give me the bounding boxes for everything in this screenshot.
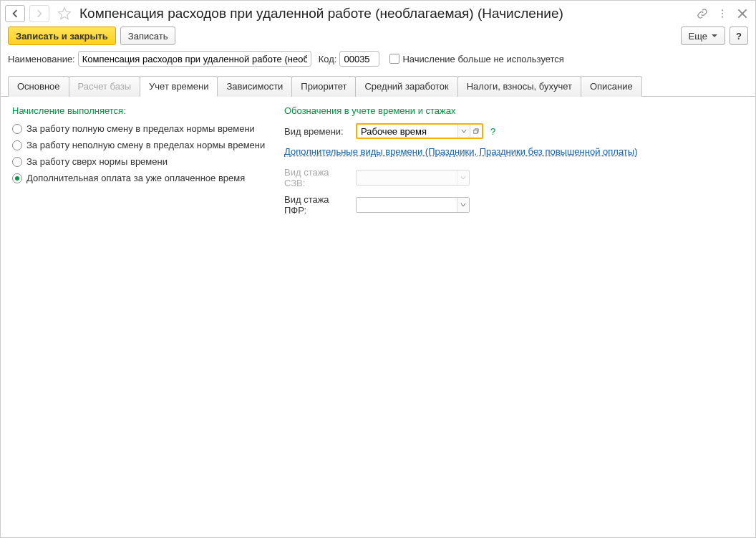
svg-rect-3 xyxy=(474,130,478,133)
help-button[interactable]: ? xyxy=(730,27,748,45)
window-title: Компенсация расходов при удаленной работ… xyxy=(79,6,692,21)
name-input[interactable] xyxy=(78,51,311,67)
radio-label: За работу сверх нормы времени xyxy=(26,156,168,167)
chevron-down-icon xyxy=(460,175,466,181)
dropdown-button[interactable] xyxy=(457,198,469,212)
tab-taxes[interactable]: Налоги, взносы, бухучет xyxy=(457,76,581,97)
radio-full-shift[interactable]: За работу полную смену в пределах нормы … xyxy=(12,123,270,134)
close-icon[interactable] xyxy=(737,8,748,19)
pfr-label: Вид стажа ПФР: xyxy=(284,194,352,216)
time-type-help[interactable]: ? xyxy=(490,126,495,137)
tab-bar: Основное Расчет базы Учет времени Зависи… xyxy=(1,75,755,97)
svg-point-0 xyxy=(722,9,723,11)
radio-icon xyxy=(12,140,22,150)
open-icon xyxy=(473,128,479,134)
arrow-right-icon xyxy=(35,9,44,18)
command-bar: Записать и закрыть Записать Еще ? xyxy=(1,27,755,51)
radio-partial-shift[interactable]: За работу неполную смену в пределах норм… xyxy=(12,140,270,150)
szv-input xyxy=(357,170,457,185)
pfr-combo[interactable] xyxy=(356,197,470,213)
chevron-down-icon xyxy=(460,202,466,208)
svg-point-2 xyxy=(722,16,723,18)
title-bar: Компенсация расходов при удаленной работ… xyxy=(1,1,755,27)
favorite-icon[interactable] xyxy=(57,6,72,21)
form-window: Компенсация расходов при удаленной работ… xyxy=(0,0,756,538)
radio-icon xyxy=(12,124,22,134)
tab-main[interactable]: Основное xyxy=(8,76,69,97)
time-type-combo[interactable] xyxy=(356,123,483,139)
tab-avg-earnings[interactable]: Средний заработок xyxy=(355,76,457,97)
radio-additional-pay[interactable]: Дополнительная оплата за уже оплаченное … xyxy=(12,173,270,183)
more-button[interactable]: Еще xyxy=(681,27,725,45)
left-section-title: Начисление выполняется: xyxy=(12,105,270,116)
not-used-checkbox[interactable] xyxy=(389,54,399,64)
link-icon[interactable] xyxy=(697,8,708,19)
code-label: Код: xyxy=(319,54,337,64)
extra-time-types-link[interactable]: Дополнительные виды времени (Праздники, … xyxy=(284,146,744,157)
radio-label: За работу полную смену в пределах нормы … xyxy=(26,123,255,134)
radio-label: За работу неполную смену в пределах норм… xyxy=(26,140,265,150)
radio-icon xyxy=(12,173,22,183)
tab-base-calc[interactable]: Расчет базы xyxy=(69,76,141,97)
tab-priority[interactable]: Приоритет xyxy=(291,76,356,97)
back-button[interactable] xyxy=(5,5,25,22)
tab-description[interactable]: Описание xyxy=(581,76,642,97)
code-input[interactable] xyxy=(339,51,379,67)
svg-point-1 xyxy=(722,13,723,14)
dropdown-button xyxy=(457,170,469,185)
radio-label: Дополнительная оплата за уже оплаченное … xyxy=(26,173,245,183)
radio-icon xyxy=(12,157,22,167)
szv-combo xyxy=(356,170,470,186)
right-section-title: Обозначения в учете времени и стажах xyxy=(284,105,744,116)
not-used-label: Начисление больше не используется xyxy=(402,54,563,64)
szv-label: Вид стажа СЗВ: xyxy=(284,167,352,188)
menu-dots-icon[interactable] xyxy=(717,8,728,19)
arrow-left-icon xyxy=(11,9,19,18)
time-type-input[interactable] xyxy=(357,125,457,138)
tab-content: Начисление выполняется: За работу полную… xyxy=(1,97,755,230)
save-button[interactable]: Записать xyxy=(120,27,176,45)
tab-time-tracking[interactable]: Учет времени xyxy=(140,76,218,97)
radio-overtime[interactable]: За работу сверх нормы времени xyxy=(12,156,270,167)
save-close-button[interactable]: Записать и закрыть xyxy=(8,27,116,45)
tab-dependencies[interactable]: Зависимости xyxy=(217,76,292,97)
time-type-label: Вид времени: xyxy=(284,126,352,137)
header-fields: Наименование: Код: Начисление больше не … xyxy=(1,51,755,75)
pfr-input[interactable] xyxy=(357,198,457,212)
forward-button[interactable] xyxy=(29,5,49,22)
dropdown-button[interactable] xyxy=(457,125,470,138)
open-button[interactable] xyxy=(470,125,482,138)
chevron-down-icon xyxy=(461,128,467,134)
name-label: Наименование: xyxy=(8,54,75,64)
